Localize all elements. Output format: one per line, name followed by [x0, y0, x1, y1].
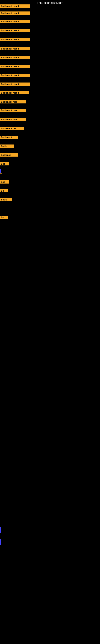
bottleneck-bar: Bottleneck result	[0, 29, 30, 32]
bar-row: Bott	[0, 180, 9, 184]
bottleneck-bar: Bottleneck result	[0, 4, 30, 8]
bar-row: Bottle	[0, 198, 12, 202]
bar-row: Bottleneck result	[0, 47, 30, 51]
bar-row: Bottleneck resu	[0, 109, 26, 113]
bottleneck-bar: Bottle	[0, 198, 12, 201]
vertical-line	[0, 169, 1, 173]
bar-row: Bottleneck result	[0, 74, 30, 78]
bottleneck-bar: Bottleneck result	[0, 12, 30, 15]
bar-row: Bottleneck resu	[0, 100, 26, 104]
bottleneck-bar: Bottleneck result	[0, 38, 30, 41]
bar-row: Bottleneck result	[0, 56, 30, 60]
bar-row: Bottleneck	[0, 136, 18, 140]
bottleneck-bar: Bottleneck resu	[0, 100, 26, 104]
page-container: TheBottlenecker.com Bottleneck resultBot…	[0, 0, 100, 644]
bottleneck-bar	[0, 174, 2, 174]
bar-row: Bottleneck result	[0, 91, 29, 95]
vertical-line	[0, 527, 1, 533]
vertical-line	[0, 539, 1, 545]
bottleneck-bar: Bottleneck res	[0, 127, 24, 130]
bottleneck-bar: Bottlenec	[0, 153, 18, 156]
bottleneck-bar: Bo	[0, 189, 8, 192]
bottleneck-bar: Bottleneck resu	[0, 109, 26, 112]
bottleneck-bar: Bottleneck result	[0, 74, 30, 77]
bar-row: Bottleneck res	[0, 127, 24, 131]
bar-row: Bottleneck result	[0, 12, 30, 16]
bottleneck-bar: Bottleneck result	[0, 56, 30, 59]
bar-row: Bottleneck result	[0, 29, 30, 33]
bottleneck-bar: Bottleneck result	[0, 20, 30, 23]
bottleneck-bar: Bottleneck	[0, 136, 18, 139]
bottleneck-bar: Bottleneck result	[0, 82, 30, 86]
bottleneck-bar: Bott	[0, 180, 9, 184]
bar-row: Bottleneck result	[0, 4, 30, 8]
bar-row: Bottlenec	[0, 153, 18, 158]
bar-row: Bottleneck result	[0, 82, 30, 86]
bottleneck-bar: Bot	[0, 162, 9, 166]
bar-row: Bo	[0, 216, 8, 220]
bar-row: Bottle	[0, 144, 14, 148]
bottleneck-bar: Bottleneck result	[0, 65, 30, 68]
bar-row: Bottleneck resu	[0, 118, 26, 122]
bar-row: Bot	[0, 162, 9, 166]
bar-row: Bottleneck result	[0, 38, 30, 42]
bar-row: Bottleneck result	[0, 20, 30, 24]
bottleneck-bar: Bottleneck result	[0, 47, 30, 50]
bar-row: Bottleneck result	[0, 65, 30, 69]
bar-row: Bo	[0, 189, 8, 193]
bottleneck-bar: Bottleneck resu	[0, 118, 26, 121]
bottleneck-bar: Bottleneck result	[0, 91, 29, 94]
bottleneck-bar: Bo	[0, 216, 8, 219]
bottleneck-bar: Bottle	[0, 144, 14, 148]
